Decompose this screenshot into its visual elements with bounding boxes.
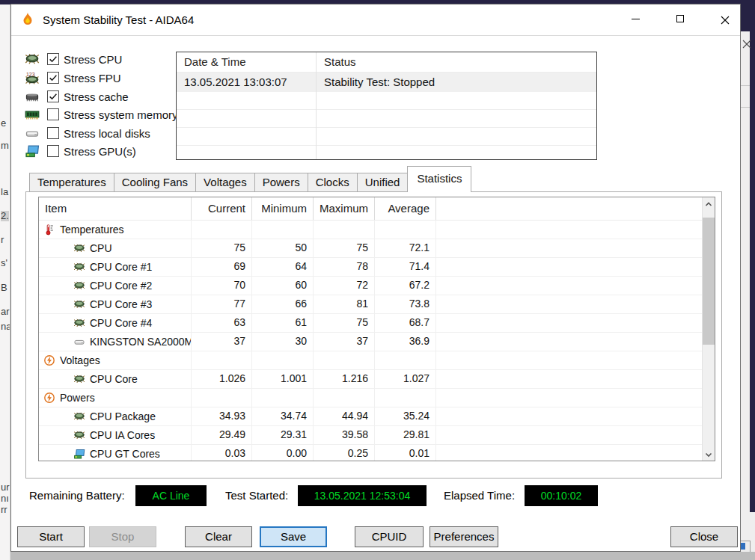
stats-row-cpu-core-4[interactable]: CPU Core #463617568.7: [39, 314, 702, 333]
background-text-fragment: B: [1, 283, 7, 293]
log-empty-row: [177, 92, 596, 110]
close-icon: [721, 14, 730, 23]
tab-voltages[interactable]: Voltages: [195, 173, 255, 192]
stress-option-label: Stress local disks: [64, 127, 150, 140]
scroll-up-button[interactable]: [703, 197, 715, 210]
stats-item-label: CPU Package: [90, 410, 156, 422]
minimize-button[interactable]: [618, 4, 652, 33]
stop-button[interactable]: Stop: [89, 526, 156, 547]
stats-value-cell: 34.93: [191, 407, 251, 425]
stats-item-cell: CPU: [39, 239, 191, 257]
background-text-fragment: m: [1, 141, 9, 151]
scroll-down-button[interactable]: [703, 448, 715, 461]
stats-filler-cell: [435, 333, 702, 351]
stats-row-powers[interactable]: Powers: [39, 389, 702, 407]
column-header-item[interactable]: Item: [39, 197, 191, 220]
column-header-maximum[interactable]: Maximum: [313, 197, 374, 220]
window-title: System Stability Test - AIDA64: [43, 4, 194, 35]
memory-icon: [23, 107, 41, 122]
preferences-button[interactable]: Preferences: [430, 526, 498, 547]
stats-value-cell: 67.2: [374, 277, 435, 295]
stats-value-cell: 50: [251, 239, 313, 257]
stats-value-cell: 60: [251, 277, 313, 295]
stats-item-cell: Temperatures: [39, 221, 191, 239]
desktop: emla2.rs'Barnaurnırr System Stability Te…: [0, 0, 755, 560]
close-button[interactable]: Close: [670, 526, 738, 547]
close-window-button[interactable]: [708, 4, 742, 33]
stress-option-row: Stress CPU: [23, 51, 122, 67]
log-header-status[interactable]: Status: [316, 52, 596, 72]
save-button[interactable]: Save: [260, 526, 327, 547]
stats-row-cpu-core-2[interactable]: CPU Core #270607267.2: [39, 277, 702, 295]
elapsed-time-label: Elapsed Time:: [444, 485, 515, 506]
stats-filler-cell: [435, 407, 702, 425]
stress-option-label: Stress FPU: [64, 72, 121, 84]
stats-value-cell: 37: [313, 333, 374, 351]
scrollbar-thumb[interactable]: [703, 218, 715, 345]
stats-value-cell: 34.74: [251, 407, 313, 425]
stats-item-cell: CPU Core #4: [39, 314, 191, 332]
log-row-selected[interactable]: 13.05.2021 13:03:07 Stability Test: Stop…: [177, 73, 596, 92]
log-empty-row: [177, 146, 596, 160]
column-header-average[interactable]: Average: [374, 197, 435, 220]
stats-row-cpu-core-1[interactable]: CPU Core #169647871.4: [39, 258, 702, 277]
stats-row-cpu-core-3[interactable]: CPU Core #377668173.8: [39, 295, 702, 314]
background-bottom-strip: [10, 552, 755, 560]
cache-chip-icon: [23, 89, 41, 104]
stress-option-row: Stress local disks: [23, 125, 150, 141]
disk-icon: [23, 126, 41, 141]
background-text-fragment: r: [1, 235, 4, 245]
stats-row-voltages[interactable]: Voltages: [39, 351, 702, 370]
stats-row-kingston-sa2000m[interactable]: KINGSTON SA2000M...37303736.9: [39, 333, 702, 351]
tab-statistics[interactable]: Statistics: [407, 166, 471, 192]
scrollbar[interactable]: [702, 197, 715, 461]
stress-cpu-checkbox[interactable]: [47, 53, 59, 65]
tab-powers[interactable]: Powers: [254, 173, 308, 192]
stats-row-temperatures[interactable]: Temperatures: [39, 221, 702, 239]
cpuid-button[interactable]: CPUID: [355, 526, 424, 547]
clear-button[interactable]: Clear: [185, 526, 252, 547]
stats-item-cell: CPU Core #2: [39, 277, 191, 295]
stats-value-cell: [251, 351, 313, 369]
thermometer-icon: [43, 224, 55, 236]
stress-option-row: Stress GPU(s): [23, 143, 136, 159]
stats-filler-cell: [435, 239, 702, 257]
stats-value-cell: 61: [251, 314, 313, 332]
stats-row-cpu-ia-cores[interactable]: CPU IA Cores29.4929.3139.5829.81: [39, 426, 702, 445]
test-started-label: Test Started:: [225, 485, 288, 506]
cpu-chip-icon: [23, 52, 41, 67]
column-header-minimum[interactable]: Minimum: [251, 197, 313, 220]
maximize-button[interactable]: [663, 4, 697, 33]
start-button[interactable]: Start: [17, 526, 85, 547]
stress-fpu-checkbox[interactable]: [47, 72, 59, 84]
stats-filler-cell: [435, 258, 702, 276]
tab-clocks[interactable]: Clocks: [308, 173, 358, 192]
stats-filler-cell: [435, 426, 702, 444]
column-header-current[interactable]: Current: [191, 197, 251, 220]
tab-temperatures[interactable]: Temperatures: [29, 173, 114, 192]
stress-system-memory-checkbox[interactable]: [47, 108, 59, 120]
log-header-date-time[interactable]: Date & Time: [177, 52, 316, 72]
stats-row-cpu-package[interactable]: CPU Package34.9334.7444.9435.24: [39, 407, 702, 426]
stress-option-row: Stress system memory: [23, 106, 178, 123]
stats-row-cpu[interactable]: CPU75507572.1: [39, 239, 702, 258]
stats-item-label: Temperatures: [60, 224, 124, 236]
cpu-chip-icon: [73, 298, 85, 310]
stats-row-cpu-core[interactable]: CPU Core1.0261.0011.2161.027: [39, 370, 702, 389]
tab-cooling-fans[interactable]: Cooling Fans: [114, 173, 196, 192]
tab-unified[interactable]: Unified: [357, 173, 409, 192]
stress-gpu-s-checkbox[interactable]: [47, 145, 59, 157]
gpu-icon: [23, 144, 41, 159]
background-text-fragment: rr: [1, 505, 7, 515]
stats-value-cell: [313, 389, 374, 407]
column-header-filler: [435, 197, 702, 220]
stats-item-label: CPU IA Cores: [90, 429, 155, 441]
background-divider: [740, 85, 750, 86]
stress-local-disks-checkbox[interactable]: [47, 127, 59, 139]
stress-cache-checkbox[interactable]: [47, 90, 59, 102]
stats-item-label: Powers: [60, 392, 95, 404]
stats-value-cell: 75: [191, 239, 251, 257]
stats-item-label: CPU Core: [90, 373, 138, 385]
test-started-value: 13.05.2021 12:53:04: [298, 485, 427, 506]
stats-row-cpu-gt-cores[interactable]: CPU GT Cores0.030.000.250.01: [39, 445, 702, 461]
